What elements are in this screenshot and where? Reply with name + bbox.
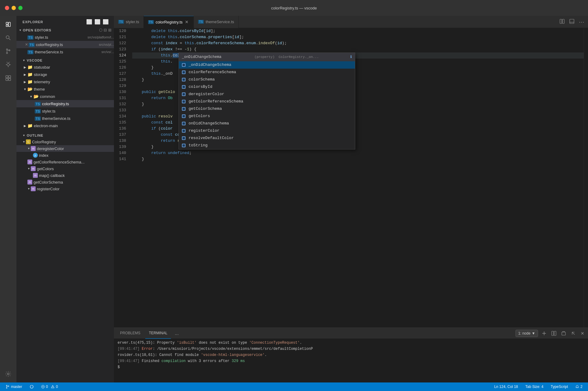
- autocomplete-item-2[interactable]: colorReferenceSchema: [179, 69, 355, 76]
- autocomplete-item-11[interactable]: resolveDefaultColor: [179, 135, 355, 142]
- close-panel-icon[interactable]: ✕: [579, 330, 586, 336]
- folder-electronmain[interactable]: ▶ 📁 electron-main: [16, 122, 114, 129]
- outline-index[interactable]: p index: [16, 152, 114, 159]
- close-colorregistry-icon[interactable]: ✕: [25, 42, 28, 47]
- terminal-line-2: [09:41:47] Error: /Users/misolori/Projec…: [118, 346, 584, 352]
- autocomplete-item-8[interactable]: getColors: [179, 113, 355, 120]
- file-colorregistry[interactable]: TS colorRegistry.ts: [16, 100, 114, 107]
- panel-tab-terminal[interactable]: TERMINAL: [145, 328, 171, 339]
- activity-explorer[interactable]: [2, 18, 14, 30]
- statusbar-errors[interactable]: 0 0: [39, 382, 60, 391]
- outline-section-header[interactable]: ▼ OUTLINE: [16, 131, 114, 138]
- activity-debug[interactable]: [2, 59, 14, 71]
- autocomplete-label-1: _onDidChangeSchema: [189, 62, 231, 68]
- outline-deregistercolor[interactable]: ▼ m deregisterColor: [16, 145, 114, 152]
- folder-telemetry[interactable]: ▶ 📁 telemetry: [16, 78, 114, 85]
- minimize-button[interactable]: [12, 6, 16, 10]
- activity-extensions[interactable]: [2, 72, 14, 84]
- sidebar: EXPLORER ⬜ ⬜ ⬜ ▼ OPEN EDITORS ⬡ ⊟ ⊞ TS s…: [16, 16, 114, 382]
- code-line-122: const index = this.colorReferenceSchema.…: [132, 40, 584, 46]
- line-numbers: 120 121 122 123 124 125 126 127 128 129 …: [114, 28, 130, 328]
- save-all-icon[interactable]: ⬡: [99, 28, 102, 32]
- autocomplete-label-2: colorReferenceSchema: [189, 69, 236, 75]
- tab-close-colorregistry[interactable]: ✕: [184, 20, 189, 24]
- panel-tab-more[interactable]: ...: [172, 331, 181, 336]
- new-file-icon[interactable]: ⬜: [86, 19, 93, 25]
- statusbar-git-branch[interactable]: master: [4, 382, 24, 391]
- terminal-selector[interactable]: 1: node ▼: [515, 330, 538, 337]
- autocomplete-item-1[interactable]: _onDidChangeSchema: [179, 61, 355, 69]
- outline-index-label: index: [39, 153, 48, 158]
- maximize-button[interactable]: [18, 6, 23, 10]
- class-icon: C: [26, 139, 31, 144]
- code-content[interactable]: delete this.colorsById[id]; delete this.…: [130, 28, 584, 328]
- svg-point-10: [7, 63, 9, 66]
- folder-theme[interactable]: ▼ 📂 theme: [16, 85, 114, 93]
- open-editor-styler[interactable]: TS styler.ts src/vs/platform/t...: [16, 34, 114, 41]
- outline-colorregistry[interactable]: ▼ C ColorRegistry: [16, 138, 114, 145]
- collapse-all-icon[interactable]: ⬜: [103, 19, 109, 25]
- terminal-line-4: [09:41:47] Finished compilation with 3 e…: [118, 358, 584, 364]
- autocomplete-item-6[interactable]: getColorReferenceSchema: [179, 98, 355, 105]
- file-styler-name: styler.ts: [42, 109, 114, 113]
- panel-content[interactable]: erver.ts(475,15): Property 'isBuilt' doe…: [114, 339, 588, 382]
- autocomplete-item-4[interactable]: colorsById: [179, 83, 355, 91]
- svg-rect-43: [182, 130, 185, 132]
- outline-map-callback[interactable]: m map() callback: [16, 172, 114, 179]
- autocomplete-item-10[interactable]: registerColor: [179, 127, 355, 135]
- statusbar-tabsize[interactable]: Tab Size: 4: [523, 382, 545, 391]
- outline-getcolorschema-label: getColorSchema: [34, 180, 63, 185]
- cube-icon-6: [181, 99, 186, 104]
- panel-tabs: PROBLEMS TERMINAL ... 1: node ▼: [114, 328, 588, 339]
- split-editor-icon[interactable]: [558, 17, 566, 27]
- more-actions-icon[interactable]: ⊞: [108, 28, 112, 32]
- svg-line-56: [572, 332, 575, 335]
- open-editor-themeservice[interactable]: TS themeService.ts src/vs/...: [16, 48, 114, 56]
- open-editor-colorregistry[interactable]: ✕ TS colorRegistry.ts src/vs/pl...: [16, 41, 114, 48]
- delete-terminal-icon[interactable]: [560, 330, 567, 336]
- autocomplete-item-12[interactable]: toString: [179, 142, 355, 149]
- autocomplete-item-7[interactable]: getColorSchema: [179, 105, 355, 113]
- new-folder-icon[interactable]: ⬜: [94, 19, 101, 25]
- file-styler[interactable]: TS styler.ts: [16, 107, 114, 115]
- warning-icon: [51, 385, 55, 389]
- folder-common[interactable]: ▼ 📂 common: [16, 93, 114, 100]
- outline-getcolorschema[interactable]: m getColorSchema: [16, 179, 114, 185]
- tab-colorregistry-label: colorRegistry.ts: [156, 20, 183, 24]
- more-editor-actions-icon[interactable]: ⋯: [578, 17, 586, 27]
- outline-getcolors[interactable]: ▼ m getColors: [16, 165, 114, 172]
- info-icon[interactable]: ℹ: [350, 54, 352, 60]
- close-button[interactable]: [5, 6, 9, 10]
- close-all-icon[interactable]: ⊟: [104, 28, 107, 32]
- toggle-panel-icon[interactable]: [568, 17, 576, 27]
- autocomplete-item-5[interactable]: deregisterColor: [179, 91, 355, 98]
- activity-search[interactable]: [2, 32, 14, 44]
- add-terminal-icon[interactable]: [540, 330, 548, 336]
- outline-getcolorreferenceschema[interactable]: m getColorReferenceSchema...: [16, 159, 114, 165]
- folder-statusbar[interactable]: ▶ 📁 statusbar: [16, 63, 114, 71]
- open-editor-colorregistry-path: src/vs/pl...: [99, 43, 114, 46]
- tab-styler[interactable]: TS styler.ts: [114, 16, 144, 28]
- maximize-panel-icon[interactable]: [570, 330, 577, 336]
- activity-source-control[interactable]: [2, 45, 14, 57]
- statusbar-language[interactable]: TypeScript: [549, 382, 570, 391]
- activity-settings[interactable]: [2, 368, 14, 380]
- tab-themeservice[interactable]: TS themeService.ts: [194, 16, 239, 28]
- statusbar-sync[interactable]: [28, 382, 36, 391]
- svg-rect-37: [182, 108, 185, 110]
- autocomplete-item-3[interactable]: colorSchema: [179, 76, 355, 83]
- panel-tab-problems[interactable]: PROBLEMS: [116, 328, 144, 339]
- cube-icon-11: [181, 136, 186, 141]
- tab-colorregistry[interactable]: TS colorRegistry.ts ✕: [144, 16, 194, 28]
- folder-storage[interactable]: ▶ 📁 storage: [16, 71, 114, 78]
- statusbar-position[interactable]: Ln 124, Col 18: [492, 382, 520, 391]
- statusbar-notifications[interactable]: 2: [573, 382, 584, 391]
- svg-rect-27: [182, 71, 185, 74]
- outline-registercolor[interactable]: ▼ m registerColor: [16, 185, 114, 192]
- split-terminal-icon[interactable]: [550, 330, 558, 336]
- svg-point-57: [6, 385, 7, 386]
- autocomplete-item-9[interactable]: onDidChangeSchema: [179, 120, 355, 127]
- open-editors-header[interactable]: ▼ OPEN EDITORS ⬡ ⊟ ⊞: [16, 26, 114, 34]
- file-themeservice[interactable]: TS themeService.ts: [16, 115, 114, 122]
- vscode-section-header[interactable]: ▼ VSCODE: [16, 56, 114, 63]
